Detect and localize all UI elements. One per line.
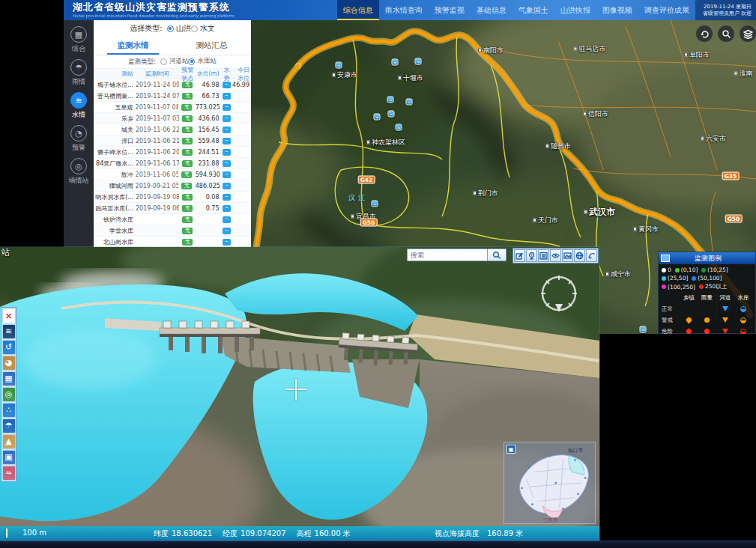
top-nav-item[interactable]: 图像视频 (596, 0, 638, 20)
monitor-time: 2019-09-21 05 (136, 183, 178, 189)
table-row[interactable]: 城关2019-11-06 22无156.45– (94, 124, 251, 136)
rail-item-soil-station[interactable]: ◎墒情站 (69, 158, 89, 186)
trend-cell: – (221, 148, 232, 156)
station-name[interactable]: 跑马雷水库(... (94, 204, 136, 213)
trend-cell: – (221, 171, 232, 178)
top-nav-item[interactable]: 基础信息 (471, 0, 512, 20)
ripple-icon[interactable]: ▦ (2, 371, 16, 386)
station-name[interactable]: 苦马槽雨量... (94, 92, 136, 100)
water-station-marker[interactable] (387, 97, 394, 103)
legend-titlebar[interactable]: 监测图例 (659, 252, 755, 264)
water-station-marker[interactable] (374, 114, 381, 121)
water-station-marker[interactable] (392, 59, 399, 66)
radar-icon[interactable]: ◎ (2, 387, 16, 402)
water-station-marker[interactable] (388, 111, 395, 118)
rail-item-rain[interactable]: ☂雨情 (70, 59, 87, 87)
column-header: 水势 (221, 66, 232, 82)
top-nav-item[interactable]: 预警监视 (429, 0, 471, 20)
table-row[interactable]: 84凳厂微水...2019-11-06 17无231.88– (94, 158, 251, 169)
city-label: 天门市 (533, 216, 558, 225)
water-station-marker[interactable] (396, 124, 402, 131)
rotate-icon[interactable]: ↺ (2, 340, 16, 355)
station-name[interactable]: 84凳厂微水... (94, 159, 136, 168)
table-row[interactable]: 北山岗水库无– (94, 237, 251, 248)
table-row[interactable]: 潭口2019-11-06 21无559.48– (94, 136, 251, 147)
water-station-marker[interactable] (406, 99, 413, 106)
splash-icon[interactable]: ∴ (2, 403, 16, 418)
close-icon[interactable]: × (2, 308, 16, 323)
station-name[interactable]: 狮子峰水位... (94, 148, 136, 156)
compass[interactable] (538, 273, 580, 314)
zoom-search-icon[interactable] (717, 25, 735, 43)
eye-icon[interactable] (550, 249, 561, 262)
table-row[interactable]: 梅子铺水位...2019-11-24 09无46.98–46.99 (94, 79, 251, 91)
current-user[interactable]: 省级管理员用户 欢迎 (703, 10, 752, 17)
monitor-icon[interactable]: ▣ (2, 450, 16, 465)
draw-icon[interactable] (514, 249, 525, 262)
undo-icon[interactable] (586, 249, 597, 262)
table-row[interactable]: 敖冲2019-11-06 05无594.930– (94, 169, 251, 180)
layers-icon[interactable] (739, 25, 756, 43)
overview-minimap[interactable]: ▣ 海口市 三亚市 (504, 442, 596, 524)
status-badge: 无 (182, 149, 193, 156)
table-row[interactable]: 苦马槽雨量...2019-11-24 07无66.73– (94, 91, 251, 102)
city-label-text: 安康市 (337, 70, 357, 80)
station-name[interactable]: 玉皇观 (94, 103, 136, 112)
radio-subtype-options[interactable]: 河道站 (160, 57, 189, 66)
rail-item-alarm[interactable]: ◔预警 (70, 125, 87, 153)
viewer-3d-window[interactable]: 站 ×≋↺◕▦◎∴☂▲▣≈ (0, 247, 599, 541)
radio-type-options[interactable]: 山洪 (167, 23, 191, 34)
search-input[interactable] (407, 249, 488, 261)
reset-view-icon[interactable] (695, 25, 713, 43)
typhoon-icon[interactable]: ◕ (2, 356, 16, 371)
station-name[interactable]: 乐乡 (94, 115, 136, 123)
table-row[interactable]: 学堂水库无– (94, 225, 251, 237)
station-name[interactable]: 响水洞水库(... (94, 193, 136, 201)
table-row[interactable]: 响水洞水库(...2019-09-19 08无0.08– (94, 192, 251, 203)
station-name[interactable]: 梅子铺水位... (94, 81, 136, 89)
top-nav-item[interactable]: 调查评价成果 (638, 0, 695, 20)
wave-icon[interactable]: ≋ (2, 324, 16, 339)
image-icon[interactable] (562, 249, 573, 262)
table-row[interactable]: 玉皇观2019-11-07 08无773.025– (94, 102, 251, 113)
station-name[interactable]: 铁炉湾水库 (94, 216, 136, 224)
rain-scale-label: (50,100] (698, 275, 722, 281)
top-nav-item[interactable]: 雨水情查询 (379, 0, 429, 20)
top-nav-item[interactable]: 山洪快报 (554, 0, 596, 20)
search-icon[interactable] (488, 249, 506, 261)
water-station-marker[interactable] (336, 62, 342, 69)
tab-测站汇总[interactable]: 测站汇总 (172, 37, 251, 55)
umbrella-icon[interactable]: ☂ (2, 418, 16, 433)
station-name[interactable]: 学堂水库 (94, 227, 136, 235)
table-row[interactable]: 狮子峰水位...2019-11-06 20无244.51– (94, 147, 251, 158)
warning-status-cell: 无 (179, 159, 196, 167)
water-station-marker[interactable] (372, 201, 378, 207)
water-station-marker[interactable] (640, 326, 647, 333)
status-badge: 无 (182, 127, 193, 133)
legend-rain-scale: 0(0,10](10,25](25,50](50,100](100,250]25… (659, 264, 755, 291)
tab-监测水情[interactable]: 监测水情 (94, 37, 172, 55)
radio-subtype-options[interactable]: 水库站 (188, 57, 217, 66)
rail-item-overview[interactable]: ▦综合 (70, 26, 87, 54)
station-name[interactable]: 北山岗水库 (94, 238, 136, 246)
top-nav-item[interactable]: 气象国土 (512, 0, 554, 20)
globe-icon[interactable] (574, 249, 585, 262)
table-row[interactable]: 铁炉湾水库无– (94, 214, 251, 225)
table-row[interactable]: 跑马雷水库(...2019-09-19 06无0.75– (94, 203, 251, 214)
station-name[interactable]: 敖冲 (94, 171, 136, 179)
sand-icon[interactable]: ▲ (2, 434, 16, 449)
water-icon: ≋ (70, 92, 87, 109)
station-name[interactable]: 獐城河雨 (94, 182, 136, 190)
water-station-marker[interactable] (415, 58, 422, 65)
station-name[interactable]: 潭口 (94, 137, 136, 145)
rail-item-water[interactable]: ≋水情 (70, 92, 87, 120)
station-name[interactable]: 城关 (94, 126, 136, 134)
table-row[interactable]: 獐城河雨2019-09-21 05无486.025– (94, 180, 251, 192)
table-row[interactable]: 乐乡2019-11-07 03无436.60– (94, 113, 251, 124)
status-badge: 无 (181, 104, 192, 111)
list-icon[interactable] (538, 249, 549, 262)
top-nav-item[interactable]: 综合信息 (337, 0, 379, 20)
camera-icon[interactable] (526, 249, 537, 262)
radio-type-options[interactable]: 水文 (191, 23, 215, 34)
flood-icon[interactable]: ≈ (2, 466, 16, 481)
